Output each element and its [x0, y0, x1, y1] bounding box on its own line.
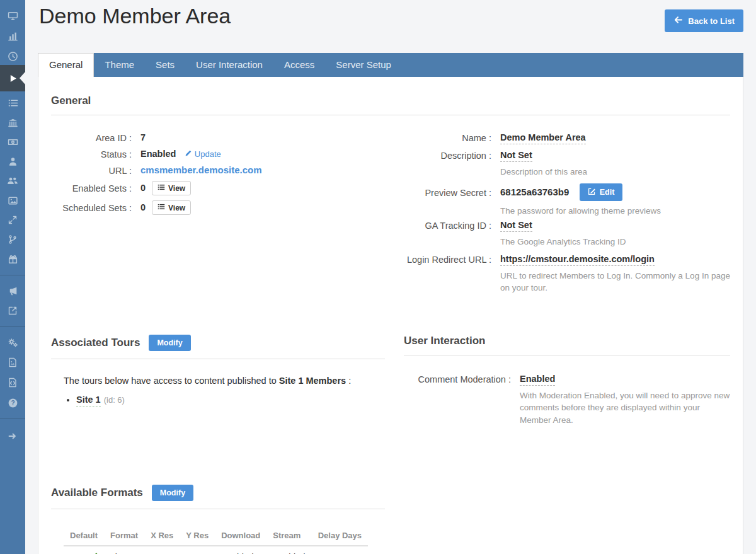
gift-icon[interactable] — [0, 249, 25, 269]
field-label: Scheduled Sets : — [51, 200, 132, 213]
desktop-icon[interactable] — [0, 6, 25, 26]
list-icon[interactable] — [0, 93, 25, 113]
tab-bar: General Theme Sets User Interaction Acce… — [38, 53, 743, 77]
table-row: 4k 2160 Enabled Enabled 0 — [64, 546, 368, 554]
general-section-heading: General — [51, 95, 91, 107]
tab-sets[interactable]: Sets — [145, 53, 185, 77]
tours-intro-group: Site 1 Members — [279, 376, 346, 386]
field-label: URL : — [51, 164, 132, 176]
field-label: Enabled Sets : — [51, 181, 132, 193]
col-header-delay-days: Delay Days — [312, 526, 368, 546]
code-file-icon[interactable] — [0, 372, 25, 393]
sign-out-icon[interactable] — [0, 426, 25, 446]
users-icon[interactable] — [0, 171, 25, 191]
field-label: Login Redirect URL : — [391, 253, 491, 265]
area-id-value: 7 — [140, 132, 146, 142]
enabled-sets-view-button[interactable]: View — [152, 181, 191, 195]
gears-icon[interactable] — [0, 332, 25, 352]
image-file-icon[interactable] — [0, 352, 25, 372]
col-header-yres: Y Res — [180, 526, 215, 546]
tab-theme[interactable]: Theme — [94, 53, 145, 77]
back-to-list-button[interactable]: Back to List — [665, 9, 743, 32]
list-icon — [158, 183, 165, 193]
sidebar-divider — [0, 275, 25, 275]
name-value[interactable]: Demo Member Area — [500, 132, 586, 144]
col-header-xres: X Res — [144, 526, 180, 546]
scheduled-sets-count: 0 — [140, 202, 146, 212]
svg-text:?: ? — [11, 399, 14, 406]
scheduled-sets-view-button[interactable]: View — [152, 200, 191, 215]
available-formats-section: Available Formats Modify Default Format … — [51, 485, 730, 554]
comment-moderation-value[interactable]: Enabled — [520, 374, 555, 386]
bank-icon[interactable] — [0, 112, 25, 132]
login-redirect-url-value[interactable]: https://cmstour.demosite.com/login — [500, 254, 655, 266]
ga-tracking-id-help: The Google Analytics Tracking ID — [500, 236, 626, 248]
field-label: Comment Moderation : — [404, 373, 511, 384]
user-interaction-heading: User Interaction — [404, 335, 485, 347]
cell-delay-days: 0 — [312, 546, 368, 554]
tour-id-note: (id: 6) — [104, 395, 125, 405]
content-card: General Area ID : 7 Status : Enabled Upd… — [38, 77, 743, 554]
tab-general[interactable]: General — [38, 53, 94, 77]
bar-chart-icon[interactable] — [0, 26, 25, 46]
description-help: Description of this area — [500, 166, 587, 178]
comment-moderation-help: With Moderation Enabled, you will need t… — [520, 390, 730, 427]
clock-icon[interactable] — [0, 46, 25, 66]
section-divider — [51, 509, 385, 509]
field-label: Description : — [391, 149, 491, 161]
list-icon — [158, 203, 165, 212]
associated-tours-section: Associated Tours Modify The tours below … — [51, 335, 385, 427]
col-header-format: Format — [104, 526, 144, 546]
field-label: Name : — [391, 132, 491, 143]
formats-table: Default Format X Res Y Res Download Stre… — [64, 526, 368, 554]
back-arrow-icon — [673, 15, 683, 26]
cell-download: Enabled — [215, 546, 266, 554]
section-divider — [51, 359, 385, 359]
status-update-link[interactable]: Update — [185, 149, 221, 159]
general-fields: Area ID : 7 Status : Enabled Update URL … — [51, 132, 730, 299]
user-icon[interactable] — [0, 151, 25, 171]
tab-access[interactable]: Access — [273, 53, 325, 77]
status-value: Enabled — [140, 149, 176, 159]
page-title: Demo Member Area — [39, 4, 231, 28]
login-redirect-url-help: URL to redirect Members to Log In. Commo… — [500, 270, 730, 294]
sidebar: ? — [0, 0, 25, 554]
field-label: Status : — [51, 148, 132, 159]
section-divider — [404, 355, 730, 355]
image-icon[interactable] — [0, 190, 25, 211]
preview-secret-help: The password for allowing theme previews — [500, 205, 661, 217]
page-header: Demo Member Area Back to List — [25, 0, 756, 53]
pencil-icon — [185, 149, 192, 159]
field-label: GA Tracking ID : — [391, 219, 491, 231]
preview-secret-value: 68125a63763b9 — [500, 187, 569, 197]
field-label: Preview Secret : — [391, 183, 491, 198]
sidebar-divider — [0, 326, 25, 327]
section-divider — [51, 115, 730, 115]
tab-server-setup[interactable]: Server Setup — [325, 53, 402, 77]
tour-name[interactable]: Site 1 — [76, 395, 101, 407]
col-header-default: Default — [64, 526, 104, 546]
field-label: Area ID : — [51, 132, 132, 143]
cell-format: 4k — [104, 546, 144, 554]
cell-yres: 2160 — [180, 546, 215, 554]
col-header-stream: Stream — [266, 526, 311, 546]
question-circle-icon[interactable]: ? — [0, 393, 25, 413]
bullhorn-icon[interactable] — [0, 280, 25, 301]
associated-tours-modify-button[interactable]: Modify — [149, 335, 190, 351]
share-icon[interactable] — [0, 301, 25, 321]
sidebar-divider — [0, 418, 25, 419]
description-value[interactable]: Not Set — [500, 150, 532, 162]
money-icon[interactable] — [0, 132, 25, 152]
col-header-download: Download — [215, 526, 266, 546]
preview-secret-edit-button[interactable]: Edit — [580, 183, 623, 201]
ga-tracking-id-value[interactable]: Not Set — [500, 220, 532, 232]
associated-tours-heading: Associated Tours — [51, 337, 140, 349]
code-branch-icon[interactable] — [0, 229, 25, 250]
area-url-link[interactable]: cmsmember.demosite.com — [140, 164, 262, 175]
tour-list-item: Site 1(id: 6) — [76, 395, 385, 407]
expand-icon[interactable] — [0, 210, 25, 230]
cell-xres — [144, 546, 180, 554]
available-formats-modify-button[interactable]: Modify — [152, 485, 193, 501]
tab-user-interaction[interactable]: User Interaction — [185, 53, 273, 77]
play-icon[interactable] — [0, 65, 25, 91]
